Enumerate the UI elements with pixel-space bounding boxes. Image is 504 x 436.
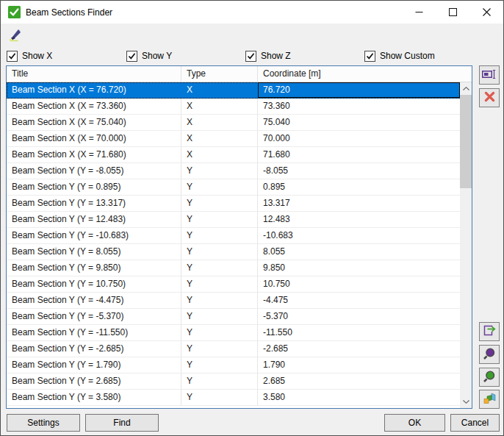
row-type-cell[interactable]: Y bbox=[181, 244, 258, 260]
filter-show-x[interactable]: Show X bbox=[7, 49, 52, 62]
row-coordinate-cell[interactable]: 70.000 bbox=[258, 131, 460, 147]
row-title-cell[interactable]: Beam Section Y (Y = 12.483) bbox=[7, 212, 181, 228]
table-row[interactable]: Beam Section Y (Y = 12.483)Y12.483 bbox=[7, 212, 460, 228]
row-title-cell[interactable]: Beam Section Y (Y = 3.580) bbox=[7, 390, 181, 406]
export-section-button[interactable] bbox=[479, 322, 500, 341]
table-row[interactable]: Beam Section Y (Y = 10.750)Y10.750 bbox=[7, 276, 460, 293]
row-title-cell[interactable]: Beam Section Y (Y = 10.750) bbox=[7, 276, 181, 293]
cancel-button[interactable]: Cancel bbox=[450, 414, 500, 432]
table-row[interactable]: Beam Section Y (Y = -4.475)Y-4.475 bbox=[7, 293, 460, 309]
row-title-cell[interactable]: Beam Section X (X = 73.360) bbox=[7, 99, 181, 115]
ok-button[interactable]: OK bbox=[384, 414, 445, 432]
row-coordinate-cell[interactable]: 12.483 bbox=[258, 212, 460, 228]
row-title-cell[interactable]: Beam Section Y (Y = -5.370) bbox=[7, 309, 181, 325]
rename-button[interactable] bbox=[479, 65, 500, 85]
table-row[interactable]: Beam Section X (X = 70.000)X70.000 bbox=[7, 131, 460, 147]
table-row[interactable]: Beam Section Y (Y = -11.550)Y-11.550 bbox=[7, 325, 460, 341]
filter-checkbox-show-custom[interactable] bbox=[364, 51, 375, 62]
row-type-cell[interactable]: Y bbox=[181, 341, 258, 357]
row-type-cell[interactable]: Y bbox=[181, 390, 258, 406]
row-type-cell[interactable]: Y bbox=[181, 293, 258, 309]
row-title-cell[interactable]: Beam Section Y (Y = -2.685) bbox=[7, 341, 181, 357]
row-coordinate-cell[interactable]: -11.550 bbox=[258, 325, 460, 341]
row-type-cell[interactable]: Y bbox=[181, 212, 258, 228]
row-type-cell[interactable]: X bbox=[181, 115, 258, 131]
row-type-cell[interactable]: Y bbox=[181, 309, 258, 325]
row-type-cell[interactable]: Y bbox=[181, 260, 258, 276]
zoom-view-button[interactable] bbox=[479, 368, 500, 387]
row-coordinate-cell[interactable]: 75.040 bbox=[258, 115, 460, 131]
row-type-cell[interactable]: X bbox=[181, 82, 258, 99]
table-row[interactable]: Beam Section Y (Y = 8.055)Y8.055 bbox=[7, 244, 460, 260]
row-type-cell[interactable]: X bbox=[181, 99, 258, 115]
row-coordinate-cell[interactable]: 71.680 bbox=[258, 147, 460, 163]
row-type-cell[interactable]: X bbox=[181, 131, 258, 147]
row-type-cell[interactable]: Y bbox=[181, 228, 258, 244]
table-row[interactable]: Beam Section X (X = 76.720)X76.720 bbox=[7, 82, 460, 99]
table-row[interactable]: Beam Section Y (Y = -10.683)Y-10.683 bbox=[7, 228, 460, 244]
table-row[interactable]: Beam Section Y (Y = 3.580)Y3.580 bbox=[7, 390, 460, 406]
row-type-cell[interactable]: X bbox=[181, 147, 258, 163]
table-scrollbar[interactable] bbox=[460, 82, 472, 408]
row-title-cell[interactable]: Beam Section Y (Y = -10.683) bbox=[7, 228, 181, 244]
find-button[interactable]: Find bbox=[85, 414, 159, 432]
row-coordinate-cell[interactable]: 13.317 bbox=[258, 196, 460, 212]
paintbrush-button[interactable] bbox=[6, 26, 25, 45]
filter-show-z[interactable]: Show Z bbox=[245, 49, 291, 62]
row-coordinate-cell[interactable]: -4.475 bbox=[258, 293, 460, 309]
row-coordinate-cell[interactable]: 0.895 bbox=[258, 179, 460, 196]
row-title-cell[interactable]: Beam Section X (X = 71.680) bbox=[7, 147, 181, 163]
row-coordinate-cell[interactable]: -2.685 bbox=[258, 341, 460, 357]
row-coordinate-cell[interactable]: 10.750 bbox=[258, 276, 460, 293]
scroll-up-icon[interactable] bbox=[460, 82, 472, 95]
row-title-cell[interactable]: Beam Section Y (Y = 0.895) bbox=[7, 179, 181, 196]
row-type-cell[interactable]: Y bbox=[181, 163, 258, 179]
scroll-down-icon[interactable] bbox=[460, 396, 472, 408]
settings-button[interactable]: Settings bbox=[7, 414, 80, 432]
close-button[interactable] bbox=[469, 1, 503, 24]
table-row[interactable]: Beam Section Y (Y = -5.370)Y-5.370 bbox=[7, 309, 460, 325]
row-title-cell[interactable]: Beam Section Y (Y = 8.055) bbox=[7, 244, 181, 260]
row-coordinate-cell[interactable]: -8.055 bbox=[258, 163, 460, 179]
column-header-coordinate[interactable]: Coordinate [m] bbox=[258, 66, 460, 82]
table-row[interactable]: Beam Section X (X = 75.040)X75.040 bbox=[7, 115, 460, 131]
row-title-cell[interactable]: Beam Section Y (Y = 9.850) bbox=[7, 260, 181, 276]
table-row[interactable]: Beam Section X (X = 73.360)X73.360 bbox=[7, 99, 460, 115]
row-type-cell[interactable]: Y bbox=[181, 325, 258, 341]
row-coordinate-cell[interactable]: 73.360 bbox=[258, 99, 460, 115]
table-row[interactable]: Beam Section Y (Y = 0.895)Y0.895 bbox=[7, 179, 460, 196]
table-row[interactable]: Beam Section Y (Y = -8.055)Y-8.055 bbox=[7, 163, 460, 179]
table-row[interactable]: Beam Section X (X = 71.680)X71.680 bbox=[7, 147, 460, 163]
row-title-cell[interactable]: Beam Section X (X = 70.000) bbox=[7, 131, 181, 147]
row-coordinate-cell[interactable]: 9.850 bbox=[258, 260, 460, 276]
row-title-cell[interactable]: Beam Section X (X = 76.720) bbox=[7, 82, 181, 99]
row-type-cell[interactable]: Y bbox=[181, 357, 258, 374]
filter-checkbox-show-y[interactable] bbox=[126, 51, 137, 62]
filter-show-custom[interactable]: Show Custom bbox=[364, 49, 435, 62]
row-title-cell[interactable]: Beam Section Y (Y = -4.475) bbox=[7, 293, 181, 309]
filter-checkbox-show-x[interactable] bbox=[7, 51, 18, 62]
row-title-cell[interactable]: Beam Section Y (Y = 2.685) bbox=[7, 374, 181, 390]
row-type-cell[interactable]: Y bbox=[181, 196, 258, 212]
row-title-cell[interactable]: Beam Section Y (Y = -11.550) bbox=[7, 325, 181, 341]
table-row[interactable]: Beam Section Y (Y = -2.685)Y-2.685 bbox=[7, 341, 460, 357]
table-row[interactable]: Beam Section Y (Y = 9.850)Y9.850 bbox=[7, 260, 460, 276]
row-coordinate-cell[interactable]: 3.580 bbox=[258, 390, 460, 406]
row-coordinate-cell[interactable]: 2.685 bbox=[258, 374, 460, 390]
column-header-type[interactable]: Type bbox=[181, 66, 258, 82]
row-type-cell[interactable]: Y bbox=[181, 179, 258, 196]
maximize-button[interactable] bbox=[436, 1, 469, 24]
row-type-cell[interactable]: Y bbox=[181, 276, 258, 293]
row-type-cell[interactable]: Y bbox=[181, 374, 258, 390]
minimize-button[interactable] bbox=[402, 1, 436, 24]
row-coordinate-cell[interactable]: -5.370 bbox=[258, 309, 460, 325]
row-title-cell[interactable]: Beam Section Y (Y = -8.055) bbox=[7, 163, 181, 179]
filter-checkbox-show-z[interactable] bbox=[245, 51, 256, 62]
row-title-cell[interactable]: Beam Section Y (Y = 1.790) bbox=[7, 357, 181, 374]
row-coordinate-cell[interactable]: 76.720 bbox=[258, 82, 460, 99]
filter-show-y[interactable]: Show Y bbox=[126, 49, 172, 62]
table-row[interactable]: Beam Section Y (Y = 2.685)Y2.685 bbox=[7, 374, 460, 390]
delete-button[interactable] bbox=[479, 88, 500, 107]
row-title-cell[interactable]: Beam Section X (X = 75.040) bbox=[7, 115, 181, 131]
zoom-selection-button[interactable] bbox=[479, 345, 500, 364]
